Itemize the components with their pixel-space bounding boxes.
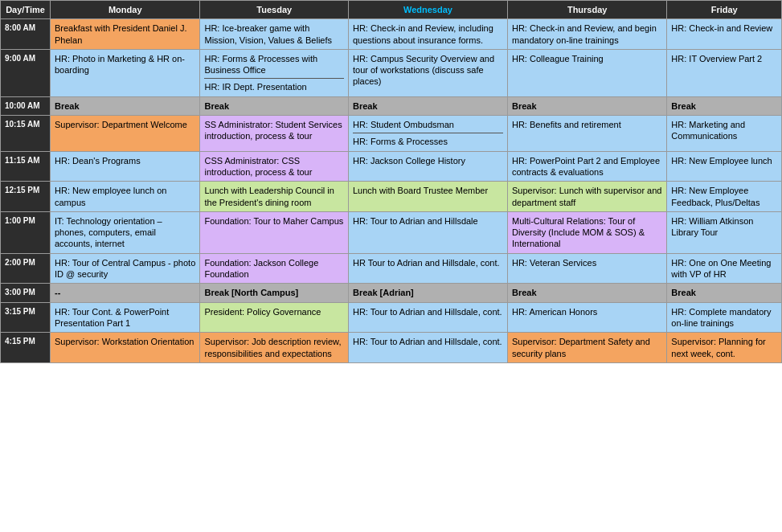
schedule-row: 8:00 AMBreakfast with President Daniel J… [1, 19, 782, 50]
time-cell: 2:00 PM [1, 253, 51, 284]
time-cell: 8:00 AM [1, 19, 51, 50]
schedule-cell: Lunch with Leadership Council in the Pre… [200, 182, 349, 212]
schedule-cell: Supervisor: Lunch with supervisor and de… [507, 182, 666, 212]
schedule-cell: HR: Check-in and Review, and begin manda… [507, 19, 666, 50]
schedule-cell: HR: Benefits and retirement [507, 116, 666, 152]
schedule-cell: HR: New Employee Feedback, Plus/Deltas [667, 182, 782, 212]
schedule-cell: Break [Adrian] [348, 284, 507, 302]
schedule-cell: HR: Marketing and Communications [667, 116, 782, 152]
schedule-cell: Break [507, 284, 666, 302]
time-cell: 12:15 PM [1, 182, 51, 212]
column-header-friday: Friday [667, 1, 782, 19]
column-header-monday: Monday [51, 1, 200, 19]
schedule-cell: HR: Jackson College History [348, 151, 507, 182]
schedule-cell: Break [51, 96, 200, 115]
schedule-cell: HR: Tour to Adrian and Hillsdale, cont. [348, 333, 507, 363]
schedule-cell: HR: Student OmbudsmanHR: Forms & Process… [348, 116, 507, 152]
schedule-row: 9:00 AMHR: Photo in Marketing & HR on-bo… [1, 49, 782, 96]
schedule-cell: HR: One on One Meeting with VP of HR [667, 253, 782, 284]
schedule-cell: HR: Veteran Services [507, 253, 666, 284]
schedule-cell: HR: American Honors [507, 302, 666, 333]
schedule-cell: HR: Dean's Programs [51, 151, 200, 182]
schedule-cell: HR: Tour of Central Campus - photo ID @ … [51, 253, 200, 284]
schedule-cell: Foundation: Jackson College Foundation [200, 253, 349, 284]
schedule-cell: Supervisor: Workstation Orientation [51, 333, 200, 363]
schedule-row: 3:00 PM--Break [North Campus]Break [Adri… [1, 284, 782, 302]
schedule-cell: CSS Administrator: CSS introduction, pro… [200, 151, 349, 182]
cell-text: HR: Forms & Processes with Business Offi… [204, 54, 317, 75]
schedule-row: 4:15 PMSupervisor: Workstation Orientati… [1, 333, 782, 363]
schedule-cell: President: Policy Governance [200, 302, 349, 333]
schedule-cell: Break [348, 96, 507, 115]
schedule-cell: -- [51, 284, 200, 302]
time-cell: 9:00 AM [1, 49, 51, 96]
schedule-cell: HR: Check-in and Review, including quest… [348, 19, 507, 50]
time-cell: 1:00 PM [1, 211, 51, 253]
schedule-cell: HR: Ice-breaker game with Mission, Visio… [200, 19, 349, 50]
schedule-cell: Lunch with Board Trustee Member [348, 182, 507, 212]
time-cell: 4:15 PM [1, 333, 51, 363]
time-cell: 3:00 PM [1, 284, 51, 302]
time-cell: 11:15 AM [1, 151, 51, 182]
schedule-cell: HR: Forms & Processes with Business Offi… [200, 49, 349, 96]
schedule-cell: Break [507, 96, 666, 115]
schedule-cell: HR: Colleague Training [507, 49, 666, 96]
schedule-row: 2:00 PMHR: Tour of Central Campus - phot… [1, 253, 782, 284]
schedule-cell: Supervisor: Planning for next week, cont… [667, 333, 782, 363]
column-header-tuesday: Tuesday [200, 1, 349, 19]
schedule-table: Day/TimeMondayTuesdayWednesdayThursdayFr… [0, 0, 782, 363]
schedule-cell: Supervisor: Job description review, resp… [200, 333, 349, 363]
time-cell: 10:00 AM [1, 96, 51, 115]
schedule-cell: IT: Technology orientation – phones, com… [51, 211, 200, 253]
schedule-cell: HR: PowerPoint Part 2 and Employee contr… [507, 151, 666, 182]
schedule-row: 11:15 AMHR: Dean's ProgramsCSS Administr… [1, 151, 782, 182]
time-cell: 3:15 PM [1, 302, 51, 333]
column-header-thursday: Thursday [507, 1, 666, 19]
schedule-cell: HR: Photo in Marketing & HR on-boarding [51, 49, 200, 96]
schedule-cell: HR: Campus Security Overview and tour of… [348, 49, 507, 96]
schedule-cell: Foundation: Tour to Maher Campus [200, 211, 349, 253]
schedule-row: 3:15 PMHR: Tour Cont. & PowerPoint Prese… [1, 302, 782, 333]
schedule-cell: Break [667, 284, 782, 302]
schedule-cell: HR: Complete mandatory on-line trainings [667, 302, 782, 333]
cell-text: HR: Forms & Processes [353, 137, 448, 146]
schedule-cell: Break [667, 96, 782, 115]
schedule-cell: HR Tour to Adrian and Hillsdale, cont. [348, 253, 507, 284]
schedule-cell: HR: New Employee lunch [667, 151, 782, 182]
schedule-cell: Break [200, 96, 349, 115]
column-header-wednesday: Wednesday [348, 1, 507, 19]
schedule-cell: HR: New employee lunch on campus [51, 182, 200, 212]
schedule-cell: Supervisor: Department Safety and securi… [507, 333, 666, 363]
schedule-cell: Break [North Campus] [200, 284, 349, 302]
cell-text: HR: IR Dept. Presentation [204, 82, 306, 92]
schedule-cell: HR: IT Overview Part 2 [667, 49, 782, 96]
schedule-cell: SS Administrator: Student Services intro… [200, 116, 349, 152]
schedule-row: 10:00 AMBreakBreakBreakBreakBreak [1, 96, 782, 115]
schedule-cell: HR: Tour to Adrian and Hillsdale, cont. [348, 302, 507, 333]
schedule-row: 10:15 AMSupervisor: Department WelcomeSS… [1, 116, 782, 152]
schedule-row: 1:00 PMIT: Technology orientation – phon… [1, 211, 782, 253]
schedule-cell: Supervisor: Department Welcome [51, 116, 200, 152]
schedule-cell: HR: Tour to Adrian and Hillsdale [348, 211, 507, 253]
time-cell: 10:15 AM [1, 116, 51, 152]
schedule-cell: Multi-Cultural Relations: Tour of Divers… [507, 211, 666, 253]
schedule-cell: HR: William Atkinson Library Tour [667, 211, 782, 253]
cell-text: HR: Student Ombudsman [353, 120, 454, 129]
schedule-cell: HR: Tour Cont. & PowerPoint Presentation… [51, 302, 200, 333]
column-header-day-time: Day/Time [1, 1, 51, 19]
schedule-cell: Breakfast with President Daniel J. Phela… [51, 19, 200, 50]
schedule-row: 12:15 PMHR: New employee lunch on campus… [1, 182, 782, 212]
schedule-cell: HR: Check-in and Review [667, 19, 782, 50]
